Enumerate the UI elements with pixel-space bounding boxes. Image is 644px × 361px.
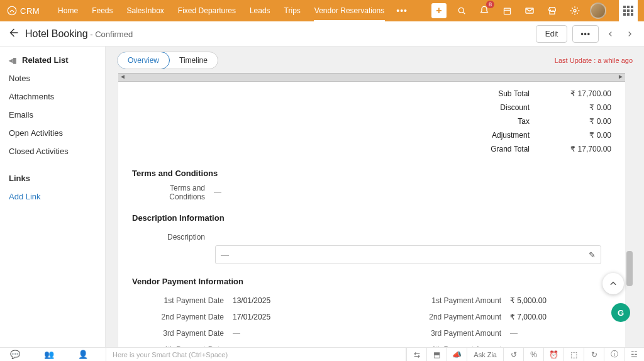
footer-icon-7[interactable]: ☳ (624, 348, 644, 361)
chat-icon[interactable]: 💬 (10, 350, 20, 359)
back-arrow-icon[interactable] (8, 27, 19, 40)
footer-icon-info[interactable]: ⓘ (604, 348, 624, 361)
nav-vendor-reservations[interactable]: Vendor Reservations (308, 0, 391, 21)
sidebar-item-notes[interactable]: Notes (9, 74, 105, 83)
tabs-row: Overview Timeline Last Update : a while … (106, 47, 644, 70)
gear-icon[interactable] (567, 3, 582, 18)
row-adjustment: Adjustment₹ 0.00 (372, 128, 611, 142)
top-nav-right: + 8 (431, 0, 638, 21)
top-nav-left: CRM Home Feeds SalesInbox Fixed Departur… (6, 0, 431, 21)
more-actions-button[interactable]: ••• (572, 25, 599, 43)
tab-overview[interactable]: Overview (117, 52, 170, 69)
footer-right: ⇆ ⬒ 📣 Ask Zia ↺ % ⏰ ⬚ ↻ ⓘ ☳ (406, 348, 644, 361)
description-input[interactable]: — ✎ (215, 245, 601, 264)
footer-icon-announce[interactable]: 📣 (447, 348, 467, 361)
terms-heading: Terms and Conditions (132, 169, 611, 178)
crm-logo[interactable]: CRM (6, 5, 40, 16)
svg-line-2 (463, 12, 465, 14)
page-header-actions: Edit ••• (536, 25, 636, 43)
next-record-icon[interactable] (623, 25, 636, 43)
footer-icon-5[interactable]: ⬚ (564, 348, 584, 361)
row-3rd-amount: 3rd Payment Amount— (384, 325, 611, 342)
row-1st-amount: 1st Payment Amount₹ 5,000.00 (384, 292, 611, 309)
row-2nd-amount: 2nd Payment Amount₹ 7,000.00 (384, 309, 611, 325)
footer-bar: 💬 👥 👤 Here is your Smart Chat (Ctrl+Spac… (0, 347, 644, 361)
page-title-block: Hotel Booking - Confirmed (25, 28, 133, 40)
add-link[interactable]: Add Link (9, 192, 105, 201)
nav-feeds[interactable]: Feeds (85, 0, 119, 21)
notifications-icon[interactable]: 8 (477, 3, 492, 18)
smart-chat-input[interactable]: Here is your Smart Chat (Ctrl+Space) (106, 348, 406, 361)
totals-block: Sub Total₹ 17,700.00 Discount₹ 0.00 Tax₹… (372, 87, 611, 156)
row-4th-date: 4th Payment Date— (132, 342, 359, 347)
zoho-icon (6, 5, 18, 16)
avatar[interactable] (590, 3, 606, 19)
sidebar: ◂▮Related List Notes Attachments Emails … (0, 47, 106, 347)
prev-record-icon[interactable] (604, 25, 618, 43)
row-discount: Discount₹ 0.00 (372, 101, 611, 114)
contacts-icon[interactable]: 👥 (44, 350, 54, 359)
nav-trips[interactable]: Trips (277, 0, 308, 21)
row-tax: Tax₹ 0.00 (372, 114, 611, 128)
footer-icon-3[interactable]: ↺ (503, 348, 523, 361)
profile-icon[interactable]: 👤 (78, 350, 88, 359)
edit-button[interactable]: Edit (536, 25, 568, 43)
nav-more[interactable]: ••• (391, 6, 413, 16)
related-list-heading: ◂▮Related List (9, 55, 105, 65)
sidebar-item-open-activities[interactable]: Open Activities (9, 128, 105, 138)
horizontal-scrollbar[interactable] (118, 73, 625, 82)
notification-badge: 8 (486, 1, 494, 8)
brand-text: CRM (20, 6, 40, 16)
footer-icon-4[interactable]: % (523, 348, 543, 361)
svg-point-7 (574, 9, 576, 12)
top-nav: CRM Home Feeds SalesInbox Fixed Departur… (0, 0, 644, 21)
svg-point-0 (8, 6, 16, 15)
detail-scroll-area[interactable]: Sub Total₹ 17,700.00 Discount₹ 0.00 Tax₹… (118, 73, 625, 347)
vertical-scrollbar-track[interactable] (628, 72, 633, 347)
svg-rect-3 (504, 8, 510, 14)
footer-icon-clock[interactable]: ⏰ (543, 348, 564, 361)
tab-timeline[interactable]: Timeline (169, 52, 218, 69)
main-panel: Overview Timeline Last Update : a while … (106, 47, 644, 347)
last-update-text: Last Update : a while ago (555, 57, 633, 64)
nav-fixed-departures[interactable]: Fixed Departures (171, 0, 243, 21)
page-subtitle: - Confirmed (90, 30, 133, 39)
page-title: Hotel Booking (25, 28, 88, 39)
pencil-icon[interactable]: ✎ (589, 250, 596, 260)
row-grand-total: Grand Total₹ 17,700.00 (372, 142, 611, 156)
quick-create-button[interactable]: + (431, 3, 447, 18)
payment-dates-col: 1st Payment Date13/01/2025 2nd Payment D… (132, 292, 359, 347)
apps-launcher[interactable] (619, 0, 638, 21)
nav-leads[interactable]: Leads (243, 0, 277, 21)
calendar-icon[interactable] (499, 3, 514, 18)
page-header: Hotel Booking - Confirmed Edit ••• (0, 21, 644, 47)
vertical-scrollbar-thumb[interactable] (626, 251, 633, 286)
tabs-pill: Overview Timeline (117, 52, 218, 69)
sidebar-item-emails[interactable]: Emails (9, 110, 105, 119)
ask-zia-button[interactable]: Ask Zia (467, 348, 503, 361)
nav-salesinbox[interactable]: SalesInbox (119, 0, 170, 21)
sidebar-item-closed-activities[interactable]: Closed Activities (9, 147, 105, 156)
description-row: Description (132, 229, 611, 245)
row-4th-amount: 4th Payment Amount— (384, 342, 611, 347)
grammarly-icon[interactable]: G (611, 303, 630, 322)
sidebar-item-attachments[interactable]: Attachments (9, 92, 105, 101)
description-heading: Description Information (132, 213, 611, 223)
terms-row: Terms and Conditions — (132, 184, 611, 201)
row-3rd-date: 3rd Payment Date— (132, 325, 359, 342)
footer-icon-2[interactable]: ⬒ (426, 348, 447, 361)
scroll-top-button[interactable] (602, 273, 624, 294)
links-heading: Links (9, 174, 105, 183)
collapse-sidebar-icon[interactable]: ◂▮ (9, 56, 17, 65)
row-2nd-date: 2nd Payment Date17/01/2025 (132, 309, 359, 325)
nav-home[interactable]: Home (51, 0, 85, 21)
row-sub-total: Sub Total₹ 17,700.00 (372, 87, 611, 101)
layout: ◂▮Related List Notes Attachments Emails … (0, 47, 644, 347)
search-icon[interactable] (454, 3, 469, 18)
footer-icon-1[interactable]: ⇆ (406, 348, 426, 361)
store-icon[interactable] (545, 3, 560, 18)
footer-icon-6[interactable]: ↻ (584, 348, 604, 361)
mail-icon[interactable] (522, 3, 537, 18)
vendor-payment-heading: Vendor Payment Information (132, 277, 611, 286)
payment-amounts-col: 1st Payment Amount₹ 5,000.00 2nd Payment… (384, 292, 611, 347)
